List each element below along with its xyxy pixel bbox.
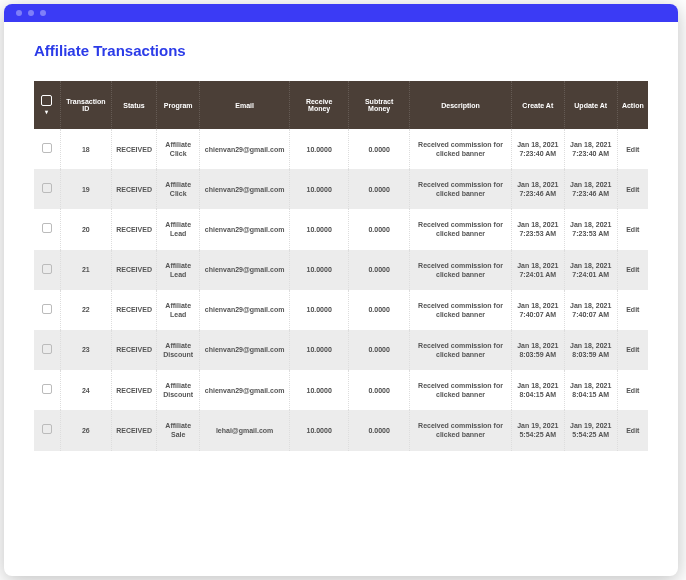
row-checkbox[interactable] bbox=[42, 183, 52, 193]
cell-description: Received commission for clicked banner bbox=[410, 290, 512, 330]
table-row: 26RECEIVEDAffiliate Salelehai@gmail.com1… bbox=[34, 410, 648, 450]
header-create-at[interactable]: Create At bbox=[511, 81, 564, 129]
select-all-checkbox[interactable] bbox=[41, 95, 52, 106]
cell-subtract-money: 0.0000 bbox=[349, 410, 410, 450]
cell-transaction-id: 18 bbox=[60, 129, 111, 169]
row-checkbox-cell bbox=[34, 250, 60, 290]
cell-update-at: Jan 18, 2021 8:03:59 AM bbox=[564, 330, 617, 370]
row-checkbox-cell bbox=[34, 370, 60, 410]
row-checkbox[interactable] bbox=[42, 223, 52, 233]
cell-action: Edit bbox=[617, 290, 648, 330]
edit-link[interactable]: Edit bbox=[626, 346, 639, 353]
cell-email: chienvan29@gmail.com bbox=[200, 330, 290, 370]
cell-status: RECEIVED bbox=[111, 209, 157, 249]
app-window: Affiliate Transactions ▾ Transaction ID … bbox=[4, 4, 678, 576]
cell-create-at: Jan 18, 2021 8:03:59 AM bbox=[511, 330, 564, 370]
cell-status: RECEIVED bbox=[111, 250, 157, 290]
cell-update-at: Jan 18, 2021 7:23:46 AM bbox=[564, 169, 617, 209]
row-checkbox[interactable] bbox=[42, 304, 52, 314]
cell-description: Received commission for clicked banner bbox=[410, 209, 512, 249]
table-header-row: ▾ Transaction ID Status Program Email Re… bbox=[34, 81, 648, 129]
row-checkbox-cell bbox=[34, 169, 60, 209]
row-checkbox-cell bbox=[34, 330, 60, 370]
cell-receive-money: 10.0000 bbox=[290, 250, 349, 290]
cell-program: Affiliate Lead bbox=[157, 290, 200, 330]
cell-transaction-id: 19 bbox=[60, 169, 111, 209]
cell-email: chienvan29@gmail.com bbox=[200, 129, 290, 169]
page-title: Affiliate Transactions bbox=[34, 42, 648, 59]
cell-receive-money: 10.0000 bbox=[290, 209, 349, 249]
cell-email: chienvan29@gmail.com bbox=[200, 250, 290, 290]
cell-program: Affiliate Discount bbox=[157, 330, 200, 370]
cell-subtract-money: 0.0000 bbox=[349, 169, 410, 209]
table-body: 18RECEIVEDAffiliate Clickchienvan29@gmai… bbox=[34, 129, 648, 451]
title-bar bbox=[4, 4, 678, 22]
cell-program: Affiliate Click bbox=[157, 129, 200, 169]
header-subtract-money[interactable]: Subtract Money bbox=[349, 81, 410, 129]
cell-program: Affiliate Click bbox=[157, 169, 200, 209]
cell-status: RECEIVED bbox=[111, 330, 157, 370]
table-row: 24RECEIVEDAffiliate Discountchienvan29@g… bbox=[34, 370, 648, 410]
cell-create-at: Jan 18, 2021 7:23:46 AM bbox=[511, 169, 564, 209]
cell-subtract-money: 0.0000 bbox=[349, 290, 410, 330]
header-email[interactable]: Email bbox=[200, 81, 290, 129]
row-checkbox-cell bbox=[34, 290, 60, 330]
cell-transaction-id: 22 bbox=[60, 290, 111, 330]
cell-action: Edit bbox=[617, 410, 648, 450]
transactions-table: ▾ Transaction ID Status Program Email Re… bbox=[34, 81, 648, 451]
header-description[interactable]: Description bbox=[410, 81, 512, 129]
cell-description: Received commission for clicked banner bbox=[410, 129, 512, 169]
header-program[interactable]: Program bbox=[157, 81, 200, 129]
cell-description: Received commission for clicked banner bbox=[410, 370, 512, 410]
table-row: 20RECEIVEDAffiliate Leadchienvan29@gmail… bbox=[34, 209, 648, 249]
cell-action: Edit bbox=[617, 209, 648, 249]
header-receive-money[interactable]: Receive Money bbox=[290, 81, 349, 129]
cell-program: Affiliate Sale bbox=[157, 410, 200, 450]
cell-status: RECEIVED bbox=[111, 129, 157, 169]
cell-create-at: Jan 18, 2021 7:23:53 AM bbox=[511, 209, 564, 249]
edit-link[interactable]: Edit bbox=[626, 146, 639, 153]
cell-description: Received commission for clicked banner bbox=[410, 169, 512, 209]
row-checkbox[interactable] bbox=[42, 344, 52, 354]
cell-receive-money: 10.0000 bbox=[290, 410, 349, 450]
cell-create-at: Jan 18, 2021 7:23:40 AM bbox=[511, 129, 564, 169]
cell-subtract-money: 0.0000 bbox=[349, 209, 410, 249]
edit-link[interactable]: Edit bbox=[626, 226, 639, 233]
header-update-at[interactable]: Update At bbox=[564, 81, 617, 129]
cell-status: RECEIVED bbox=[111, 169, 157, 209]
row-checkbox[interactable] bbox=[42, 143, 52, 153]
cell-subtract-money: 0.0000 bbox=[349, 370, 410, 410]
cell-subtract-money: 0.0000 bbox=[349, 250, 410, 290]
row-checkbox[interactable] bbox=[42, 384, 52, 394]
cell-email: lehai@gmail.com bbox=[200, 410, 290, 450]
cell-create-at: Jan 18, 2021 7:40:07 AM bbox=[511, 290, 564, 330]
table-row: 19RECEIVEDAffiliate Clickchienvan29@gmai… bbox=[34, 169, 648, 209]
edit-link[interactable]: Edit bbox=[626, 266, 639, 273]
sort-arrow-icon[interactable]: ▾ bbox=[38, 108, 56, 115]
cell-create-at: Jan 18, 2021 7:24:01 AM bbox=[511, 250, 564, 290]
cell-email: chienvan29@gmail.com bbox=[200, 209, 290, 249]
edit-link[interactable]: Edit bbox=[626, 306, 639, 313]
cell-action: Edit bbox=[617, 169, 648, 209]
row-checkbox[interactable] bbox=[42, 264, 52, 274]
header-transaction-id[interactable]: Transaction ID bbox=[60, 81, 111, 129]
cell-program: Affiliate Discount bbox=[157, 370, 200, 410]
edit-link[interactable]: Edit bbox=[626, 427, 639, 434]
header-status[interactable]: Status bbox=[111, 81, 157, 129]
edit-link[interactable]: Edit bbox=[626, 387, 639, 394]
cell-receive-money: 10.0000 bbox=[290, 330, 349, 370]
cell-update-at: Jan 19, 2021 5:54:25 AM bbox=[564, 410, 617, 450]
cell-transaction-id: 21 bbox=[60, 250, 111, 290]
cell-description: Received commission for clicked banner bbox=[410, 250, 512, 290]
header-action[interactable]: Action bbox=[617, 81, 648, 129]
table-row: 23RECEIVEDAffiliate Discountchienvan29@g… bbox=[34, 330, 648, 370]
cell-subtract-money: 0.0000 bbox=[349, 129, 410, 169]
cell-receive-money: 10.0000 bbox=[290, 290, 349, 330]
row-checkbox-cell bbox=[34, 209, 60, 249]
cell-program: Affiliate Lead bbox=[157, 209, 200, 249]
cell-action: Edit bbox=[617, 370, 648, 410]
cell-subtract-money: 0.0000 bbox=[349, 330, 410, 370]
cell-receive-money: 10.0000 bbox=[290, 169, 349, 209]
row-checkbox[interactable] bbox=[42, 424, 52, 434]
edit-link[interactable]: Edit bbox=[626, 186, 639, 193]
